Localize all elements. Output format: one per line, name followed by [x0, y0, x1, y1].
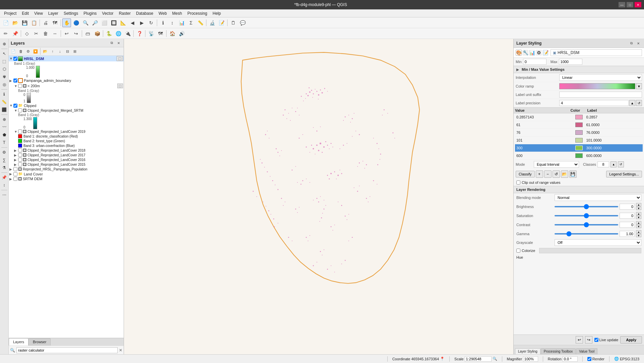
- saturation-slider[interactable]: [555, 215, 618, 216]
- pan-to-selection-button[interactable]: 🔵: [72, 18, 80, 27]
- expand-clipped-icon[interactable]: ▼: [9, 104, 13, 107]
- label-unit-suffix-input[interactable]: [559, 92, 642, 98]
- lc2019-checkbox[interactable]: [18, 129, 22, 134]
- gpkg-button[interactable]: 🗃: [83, 29, 92, 38]
- layer-item-lc2019[interactable]: ▼ 🔲 Clipped_Reprojected_LandCover 2019: [9, 129, 124, 134]
- print-layout-button[interactable]: 🖨: [41, 18, 50, 27]
- gamma-value-input[interactable]: [620, 231, 635, 237]
- tab-processing-toolbox[interactable]: Processing Toolbox: [541, 348, 576, 354]
- live-update-checkbox[interactable]: [594, 338, 598, 342]
- menu-processing[interactable]: Processing: [185, 10, 210, 16]
- colorize-checkbox[interactable]: [516, 249, 520, 253]
- max-value-input[interactable]: [559, 59, 582, 65]
- zoom-out-button[interactable]: 🔎: [90, 18, 99, 27]
- save-project-button[interactable]: 💾: [20, 18, 29, 27]
- pin-label-tool[interactable]: 📌: [1, 174, 8, 181]
- filter-layer-button[interactable]: 🔽: [32, 48, 39, 55]
- style-icon-1[interactable]: 🎨: [516, 50, 522, 56]
- classes-input[interactable]: [597, 161, 609, 167]
- classes-up-button[interactable]: ▲: [610, 161, 617, 167]
- saturation-down-button[interactable]: ▼: [636, 216, 641, 219]
- brightness-down-button[interactable]: ▼: [636, 207, 641, 210]
- gps2-button[interactable]: 🗺: [156, 29, 165, 38]
- pan-map-button[interactable]: ✋: [62, 18, 71, 27]
- streetview-button[interactable]: 🏠: [168, 29, 177, 38]
- select-radius-tool[interactable]: ◎: [1, 81, 8, 88]
- saturation-up-button[interactable]: ▲: [636, 212, 641, 215]
- lc2015-checkbox[interactable]: [18, 162, 22, 166]
- load-class-button[interactable]: 📂: [561, 170, 568, 178]
- grayscale-select[interactable]: Off By Lightness By Luminosity By Averag…: [555, 239, 641, 246]
- min-value-input[interactable]: [523, 59, 546, 65]
- select-tool[interactable]: ↖: [1, 50, 8, 57]
- layer-item-lc2015[interactable]: ▶ 🔲 Clipped_Reprojected_LandCover 2015: [9, 162, 124, 167]
- digitize2-btn[interactable]: 📌: [11, 29, 19, 38]
- expand-pampanga-icon[interactable]: ▶: [9, 79, 13, 83]
- menu-plugins[interactable]: Plugins: [81, 10, 99, 16]
- select-free-tool[interactable]: ✾: [1, 73, 8, 81]
- gps-button[interactable]: 📡: [147, 29, 155, 38]
- add-poly-tool[interactable]: ⬟: [1, 131, 8, 139]
- style-icon-4[interactable]: ⚙: [536, 50, 542, 56]
- map-tip-button[interactable]: 💬: [238, 18, 247, 27]
- tab-value-tool[interactable]: Value Tool: [576, 348, 597, 354]
- measure-button[interactable]: 📏: [196, 18, 205, 27]
- spatial-query-tool[interactable]: ⚙: [1, 149, 8, 156]
- hrsl-dsm-checkbox[interactable]: [13, 57, 17, 61]
- blending-mode-select[interactable]: Normal Lighten Screen Dodge Addition Dar…: [555, 194, 641, 201]
- right-panel-close-button[interactable]: ✕: [635, 40, 641, 46]
- touch-zoom-tool[interactable]: ⊕: [1, 40, 8, 48]
- table-row-1[interactable]: 0.2857143 0.2857: [515, 113, 643, 121]
- layer-properties-button[interactable]: ⚙: [25, 48, 31, 55]
- save-class-button[interactable]: 💾: [569, 170, 577, 178]
- expand-lc2019-icon[interactable]: ▼: [14, 130, 18, 134]
- tab-browser[interactable]: Browser: [28, 338, 51, 346]
- add-layer-button[interactable]: 📄: [10, 48, 17, 55]
- magnifier-input[interactable]: [523, 356, 538, 362]
- clipped-group-checkbox[interactable]: [13, 104, 17, 108]
- expand-lc2016-icon[interactable]: ▶: [14, 158, 18, 162]
- table-row-3[interactable]: 76 76.0000: [515, 129, 643, 137]
- select-rect-tool[interactable]: ⬚: [1, 58, 8, 65]
- identify-button[interactable]: ℹ: [158, 18, 167, 27]
- expand-land-cover-icon[interactable]: ▶: [9, 172, 13, 176]
- help-button[interactable]: ❓: [135, 29, 144, 38]
- add-line-tool[interactable]: 〰: [1, 123, 8, 131]
- save-as-button[interactable]: 📋: [29, 18, 38, 27]
- identify-features-tool[interactable]: ℹ: [1, 91, 8, 98]
- layer-item-lc2016[interactable]: ▶ 🔲 Clipped_Reprojected_LandCover 2016: [9, 157, 124, 162]
- land-cover-checkbox[interactable]: [13, 172, 17, 176]
- layer-item-srtm-dem[interactable]: ▶ 🔲 SRTM DEM: [9, 176, 124, 181]
- menu-mesh[interactable]: Mesh: [170, 10, 185, 16]
- colorize-color-preview[interactable]: [539, 248, 641, 253]
- select-poly-tool[interactable]: ⬡: [1, 65, 8, 73]
- pampanga-boundary-checkbox[interactable]: [13, 79, 17, 83]
- stat-summary-button[interactable]: Σ: [187, 18, 195, 27]
- zoom-last-button[interactable]: ◀: [128, 18, 137, 27]
- python-button[interactable]: 🐍: [105, 29, 113, 38]
- brightness-value-input[interactable]: [620, 204, 635, 210]
- open-layer-source-button[interactable]: 📂: [42, 48, 49, 55]
- mode-select[interactable]: Equal Interval Quantile Jenks Natural Br…: [534, 161, 579, 168]
- layer-info-button[interactable]: 🗒: [229, 18, 238, 27]
- label-precision-reset[interactable]: ↺: [636, 100, 642, 106]
- table-row-4[interactable]: 101 101.0000: [515, 137, 643, 144]
- annotation-button[interactable]: 📝: [217, 18, 226, 27]
- expand-srtm-icon[interactable]: ▼: [14, 109, 18, 112]
- style-icon-2[interactable]: 🔧: [522, 50, 528, 56]
- clip-checkbox[interactable]: [516, 180, 520, 185]
- contrast-up-button[interactable]: ▲: [636, 221, 641, 224]
- add-class-button[interactable]: +: [536, 170, 543, 178]
- search-input[interactable]: [16, 347, 118, 353]
- measure-line-tool[interactable]: 📏: [1, 98, 8, 106]
- move-label-tool[interactable]: ↕: [1, 182, 8, 189]
- layer-up-button[interactable]: ↑: [49, 48, 56, 55]
- open-project-button[interactable]: 📂: [11, 18, 19, 27]
- expand-lc2018-icon[interactable]: ▶: [14, 149, 18, 152]
- expand-lc2017-icon[interactable]: ▶: [14, 153, 18, 157]
- label-precision-input[interactable]: [559, 100, 629, 106]
- redo-button[interactable]: ↪: [72, 29, 80, 38]
- processing-tool[interactable]: ⚗: [1, 164, 8, 171]
- tab-layer-styling[interactable]: Layer Styling: [515, 348, 540, 354]
- layer-item-srtm[interactable]: ▼ 🔲 Clipped_Reprojected_Merged_SRTM: [9, 108, 124, 113]
